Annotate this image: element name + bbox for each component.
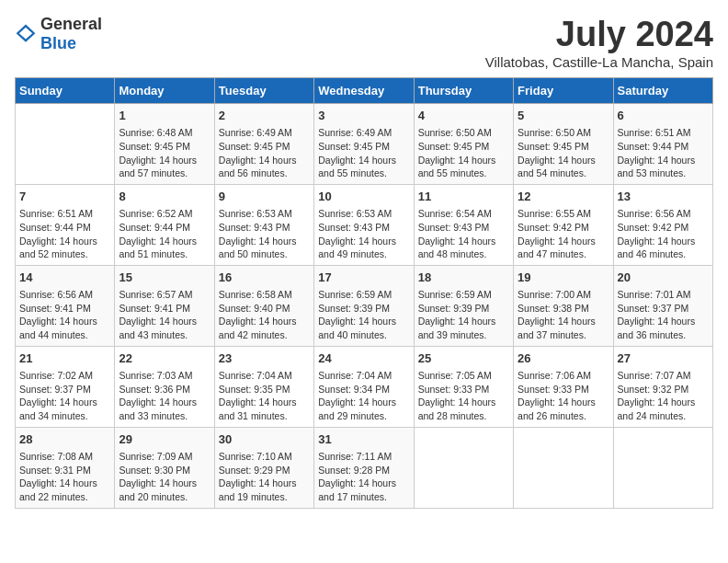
day-info: Sunrise: 7:03 AM Sunset: 9:36 PM Dayligh… [119, 369, 210, 423]
calendar-cell: 5Sunrise: 6:50 AM Sunset: 9:45 PM Daylig… [514, 104, 613, 185]
day-info: Sunrise: 6:53 AM Sunset: 9:43 PM Dayligh… [219, 207, 310, 261]
day-info: Sunrise: 6:51 AM Sunset: 9:44 PM Dayligh… [618, 126, 709, 180]
day-number: 22 [119, 350, 210, 367]
day-info: Sunrise: 6:50 AM Sunset: 9:45 PM Dayligh… [518, 126, 609, 180]
day-number: 12 [518, 189, 609, 205]
day-info: Sunrise: 6:55 AM Sunset: 9:42 PM Dayligh… [518, 207, 609, 261]
calendar-cell: 16Sunrise: 6:58 AM Sunset: 9:40 PM Dayli… [214, 265, 313, 346]
day-of-week-header: Thursday [414, 78, 513, 104]
location-title: Villatobas, Castille-La Mancha, Spain [485, 54, 713, 70]
day-number: 24 [318, 350, 409, 367]
day-number: 21 [19, 350, 110, 367]
calendar-cell: 8Sunrise: 6:52 AM Sunset: 9:44 PM Daylig… [115, 184, 214, 265]
day-number: 27 [618, 350, 709, 367]
calendar-cell: 29Sunrise: 7:09 AM Sunset: 9:30 PM Dayli… [115, 427, 214, 508]
day-number: 7 [19, 189, 110, 205]
day-info: Sunrise: 6:56 AM Sunset: 9:41 PM Dayligh… [19, 288, 110, 342]
logo-blue: Blue [40, 34, 76, 52]
calendar-cell: 10Sunrise: 6:53 AM Sunset: 9:43 PM Dayli… [314, 184, 414, 265]
day-info: Sunrise: 6:56 AM Sunset: 9:42 PM Dayligh… [618, 207, 709, 261]
calendar-cell: 19Sunrise: 7:00 AM Sunset: 9:38 PM Dayli… [514, 265, 613, 346]
day-number: 26 [518, 350, 609, 367]
calendar-cell [16, 104, 115, 185]
day-info: Sunrise: 7:07 AM Sunset: 9:32 PM Dayligh… [618, 369, 709, 423]
calendar-cell: 27Sunrise: 7:07 AM Sunset: 9:32 PM Dayli… [613, 346, 712, 427]
day-info: Sunrise: 6:51 AM Sunset: 9:44 PM Dayligh… [19, 207, 110, 261]
day-of-week-header: Sunday [16, 78, 115, 104]
day-number: 20 [618, 270, 709, 286]
day-number: 23 [219, 350, 310, 367]
calendar-cell: 7Sunrise: 6:51 AM Sunset: 9:44 PM Daylig… [16, 184, 115, 265]
calendar-cell: 25Sunrise: 7:05 AM Sunset: 9:33 PM Dayli… [414, 346, 513, 427]
day-info: Sunrise: 6:57 AM Sunset: 9:41 PM Dayligh… [119, 288, 210, 342]
day-info: Sunrise: 7:10 AM Sunset: 9:29 PM Dayligh… [219, 450, 310, 504]
calendar-cell: 24Sunrise: 7:04 AM Sunset: 9:34 PM Dayli… [314, 346, 414, 427]
calendar-cell: 1Sunrise: 6:48 AM Sunset: 9:45 PM Daylig… [115, 104, 214, 185]
day-number: 28 [19, 431, 110, 448]
calendar-cell: 13Sunrise: 6:56 AM Sunset: 9:42 PM Dayli… [613, 184, 712, 265]
day-info: Sunrise: 7:08 AM Sunset: 9:31 PM Dayligh… [19, 450, 110, 504]
calendar-cell: 18Sunrise: 6:59 AM Sunset: 9:39 PM Dayli… [414, 265, 513, 346]
day-info: Sunrise: 7:01 AM Sunset: 9:37 PM Dayligh… [618, 288, 709, 342]
day-info: Sunrise: 6:59 AM Sunset: 9:39 PM Dayligh… [418, 288, 509, 342]
calendar-cell: 22Sunrise: 7:03 AM Sunset: 9:36 PM Dayli… [115, 346, 214, 427]
calendar-cell: 2Sunrise: 6:49 AM Sunset: 9:45 PM Daylig… [214, 104, 313, 185]
day-info: Sunrise: 7:04 AM Sunset: 9:34 PM Dayligh… [318, 369, 409, 423]
logo: General Blue [15, 15, 102, 53]
calendar-week-row: 14Sunrise: 6:56 AM Sunset: 9:41 PM Dayli… [16, 265, 713, 346]
calendar-cell: 14Sunrise: 6:56 AM Sunset: 9:41 PM Dayli… [16, 265, 115, 346]
day-number: 4 [418, 108, 509, 124]
calendar-cell: 11Sunrise: 6:54 AM Sunset: 9:43 PM Dayli… [414, 184, 513, 265]
calendar-cell: 15Sunrise: 6:57 AM Sunset: 9:41 PM Dayli… [115, 265, 214, 346]
calendar-cell [414, 427, 513, 508]
title-area: July 2024 Villatobas, Castille-La Mancha… [485, 15, 713, 70]
calendar-week-row: 1Sunrise: 6:48 AM Sunset: 9:45 PM Daylig… [16, 104, 713, 185]
calendar-cell: 17Sunrise: 6:59 AM Sunset: 9:39 PM Dayli… [314, 265, 414, 346]
calendar-cell: 4Sunrise: 6:50 AM Sunset: 9:45 PM Daylig… [414, 104, 513, 185]
day-info: Sunrise: 7:00 AM Sunset: 9:38 PM Dayligh… [518, 288, 609, 342]
day-info: Sunrise: 6:50 AM Sunset: 9:45 PM Dayligh… [418, 126, 509, 180]
day-number: 1 [119, 108, 210, 124]
day-number: 11 [418, 189, 509, 205]
day-number: 13 [618, 189, 709, 205]
day-info: Sunrise: 6:53 AM Sunset: 9:43 PM Dayligh… [318, 207, 409, 261]
day-of-week-header: Wednesday [314, 78, 414, 104]
calendar-cell: 28Sunrise: 7:08 AM Sunset: 9:31 PM Dayli… [16, 427, 115, 508]
day-number: 8 [119, 189, 210, 205]
day-number: 29 [119, 431, 210, 448]
calendar-cell: 26Sunrise: 7:06 AM Sunset: 9:33 PM Dayli… [514, 346, 613, 427]
header: General Blue July 2024 Villatobas, Casti… [15, 15, 713, 70]
day-info: Sunrise: 7:09 AM Sunset: 9:30 PM Dayligh… [119, 450, 210, 504]
calendar-body: 1Sunrise: 6:48 AM Sunset: 9:45 PM Daylig… [16, 104, 713, 509]
day-of-week-header: Saturday [613, 78, 712, 104]
day-info: Sunrise: 7:05 AM Sunset: 9:33 PM Dayligh… [418, 369, 509, 423]
calendar-header: SundayMondayTuesdayWednesdayThursdayFrid… [16, 78, 713, 104]
month-title: July 2024 [485, 15, 713, 54]
day-info: Sunrise: 7:06 AM Sunset: 9:33 PM Dayligh… [518, 369, 609, 423]
day-number: 14 [19, 270, 110, 286]
day-info: Sunrise: 7:02 AM Sunset: 9:37 PM Dayligh… [19, 369, 110, 423]
day-of-week-header: Friday [514, 78, 613, 104]
header-row: SundayMondayTuesdayWednesdayThursdayFrid… [16, 78, 713, 104]
logo-icon [15, 23, 37, 45]
calendar-cell: 9Sunrise: 6:53 AM Sunset: 9:43 PM Daylig… [214, 184, 313, 265]
calendar-cell: 12Sunrise: 6:55 AM Sunset: 9:42 PM Dayli… [514, 184, 613, 265]
day-info: Sunrise: 6:49 AM Sunset: 9:45 PM Dayligh… [219, 126, 310, 180]
day-of-week-header: Tuesday [214, 78, 313, 104]
day-info: Sunrise: 6:49 AM Sunset: 9:45 PM Dayligh… [318, 126, 409, 180]
day-number: 17 [318, 270, 409, 286]
day-number: 31 [318, 431, 409, 448]
calendar-cell: 23Sunrise: 7:04 AM Sunset: 9:35 PM Dayli… [214, 346, 313, 427]
calendar-week-row: 21Sunrise: 7:02 AM Sunset: 9:37 PM Dayli… [16, 346, 713, 427]
day-number: 3 [318, 108, 409, 124]
day-number: 18 [418, 270, 509, 286]
day-number: 10 [318, 189, 409, 205]
calendar-cell: 6Sunrise: 6:51 AM Sunset: 9:44 PM Daylig… [613, 104, 712, 185]
day-number: 2 [219, 108, 310, 124]
day-info: Sunrise: 6:54 AM Sunset: 9:43 PM Dayligh… [418, 207, 509, 261]
day-info: Sunrise: 6:58 AM Sunset: 9:40 PM Dayligh… [219, 288, 310, 342]
day-number: 5 [518, 108, 609, 124]
day-info: Sunrise: 6:48 AM Sunset: 9:45 PM Dayligh… [119, 126, 210, 180]
logo-general: General [40, 15, 102, 33]
day-number: 25 [418, 350, 509, 367]
